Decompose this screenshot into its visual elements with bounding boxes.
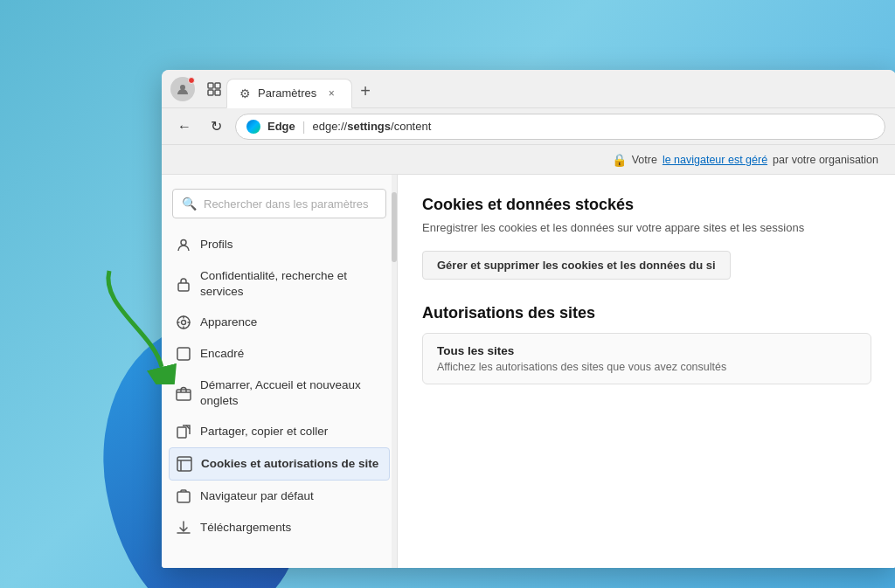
settings-tab-icon: ⚙: [239, 86, 251, 100]
apparence-icon: [176, 315, 191, 330]
sidebar-profils-label: Profils: [200, 237, 233, 252]
notification-dot: [188, 77, 195, 84]
edge-brand-text: Edge: [267, 120, 295, 133]
profils-icon: [176, 237, 191, 252]
managed-text-after: par votre organisation: [773, 154, 878, 166]
managed-text-before: Votre: [632, 154, 657, 166]
sidebar: 🔍 Rechercher dans les paramètres Profils…: [162, 175, 398, 568]
tab-close-button[interactable]: ×: [323, 86, 339, 101]
settings-tab-title: Paramètres: [258, 86, 316, 100]
sidebar-partager-label: Partager, copier et coller: [200, 424, 328, 439]
settings-tab[interactable]: ⚙ Paramètres ×: [226, 79, 352, 108]
search-placeholder-text: Rechercher dans les paramètres: [204, 197, 369, 211]
search-icon: 🔍: [182, 197, 197, 211]
tous-sites-card[interactable]: Tous les sites Affichez les autorisation…: [422, 333, 871, 384]
sidebar-item-apparence[interactable]: Apparence: [162, 307, 397, 338]
sidebar-item-cookies[interactable]: Cookies et autorisations de site: [169, 447, 390, 481]
svg-point-9: [182, 321, 186, 325]
sidebar-scrollbar[interactable]: [392, 175, 397, 568]
address-bar-row: ← ↻ Edge | edge://settings/content: [162, 108, 895, 145]
cookies-section-title: Cookies et données stockés: [422, 196, 871, 214]
svg-rect-11: [177, 390, 191, 400]
tous-sites-desc: Affichez les autorisations des sites que…: [437, 361, 857, 373]
sidebar-scrollbar-thumb: [392, 192, 397, 262]
sidebar-cookies-label: Cookies et autorisations de site: [201, 456, 378, 472]
cookies-section: Cookies et données stockés Enregistrer l…: [422, 196, 871, 304]
sidebar-item-confidentialite[interactable]: Confidentialité, recherche et services: [162, 260, 397, 307]
refresh-button[interactable]: ↻: [204, 114, 228, 139]
managed-bar: 🔒 Votre le navigateur est géré par votre…: [162, 145, 895, 175]
demarrer-icon: [176, 385, 191, 401]
autorisations-section: Autorisations des sites Tous les sites A…: [422, 304, 871, 384]
url-settings: settings: [347, 120, 391, 133]
svg-rect-5: [215, 90, 220, 95]
profile-button[interactable]: [170, 77, 195, 101]
tous-sites-title: Tous les sites: [437, 344, 857, 357]
url-suffix: /content: [391, 120, 431, 133]
svg-rect-12: [177, 427, 186, 438]
svg-rect-10: [177, 348, 190, 360]
cookies-section-desc: Enregistrer les cookies et les données s…: [422, 219, 871, 237]
manage-cookies-button[interactable]: Gérer et supprimer les cookies et les do…: [422, 251, 731, 280]
encadre-icon: [176, 346, 191, 362]
svg-rect-4: [208, 90, 213, 95]
edge-logo-icon: [246, 120, 260, 134]
svg-rect-3: [215, 83, 220, 88]
sidebar-item-navigateur[interactable]: Navigateur par défaut: [162, 481, 397, 512]
browser-content: 🔍 Rechercher dans les paramètres Profils…: [162, 175, 895, 568]
main-content: Cookies et données stockés Enregistrer l…: [398, 175, 895, 568]
svg-rect-2: [208, 83, 213, 88]
sidebar-navigateur-label: Navigateur par défaut: [200, 488, 314, 504]
sidebar-item-demarrer[interactable]: Démarrer, Accueil et nouveaux onglets: [162, 370, 397, 416]
settings-search-box[interactable]: 🔍 Rechercher dans les paramètres: [172, 189, 386, 218]
cookies-icon: [177, 456, 192, 472]
tab-switcher-button[interactable]: [202, 77, 226, 101]
sidebar-apparence-label: Apparence: [200, 315, 257, 330]
new-tab-button[interactable]: +: [352, 79, 378, 105]
address-box[interactable]: Edge | edge://settings/content: [235, 114, 885, 140]
address-separator: |: [302, 120, 306, 134]
telechargements-icon: [176, 520, 191, 536]
svg-point-6: [181, 240, 186, 246]
svg-rect-16: [177, 492, 190, 502]
address-url: edge://settings/content: [312, 120, 431, 133]
autorisations-section-title: Autorisations des sites: [422, 304, 871, 322]
lock-icon: 🔒: [612, 153, 627, 167]
confidentialite-icon: [176, 276, 191, 292]
url-prefix: edge://: [312, 120, 347, 133]
sidebar-telechargements-label: Téléchargements: [200, 520, 291, 536]
sidebar-item-encadre[interactable]: Encadré: [162, 338, 397, 370]
back-button[interactable]: ←: [172, 114, 197, 139]
sidebar-item-profils[interactable]: Profils: [162, 229, 397, 260]
sidebar-confidentialite-label: Confidentialité, recherche et services: [200, 268, 383, 299]
browser-window: ⚙ Paramètres × + ← ↻ Edge | edge://setti…: [162, 70, 895, 568]
svg-rect-7: [178, 283, 189, 291]
navigateur-icon: [176, 488, 191, 504]
sidebar-item-telechargements[interactable]: Téléchargements: [162, 512, 397, 543]
title-bar: ⚙ Paramètres × +: [162, 70, 895, 108]
sidebar-demarrer-label: Démarrer, Accueil et nouveaux onglets: [200, 377, 383, 408]
svg-rect-13: [177, 457, 191, 471]
sidebar-encadre-label: Encadré: [200, 346, 244, 362]
managed-link[interactable]: le navigateur est géré: [663, 154, 767, 166]
partager-icon: [176, 424, 191, 439]
sidebar-item-partager[interactable]: Partager, copier et coller: [162, 416, 397, 447]
